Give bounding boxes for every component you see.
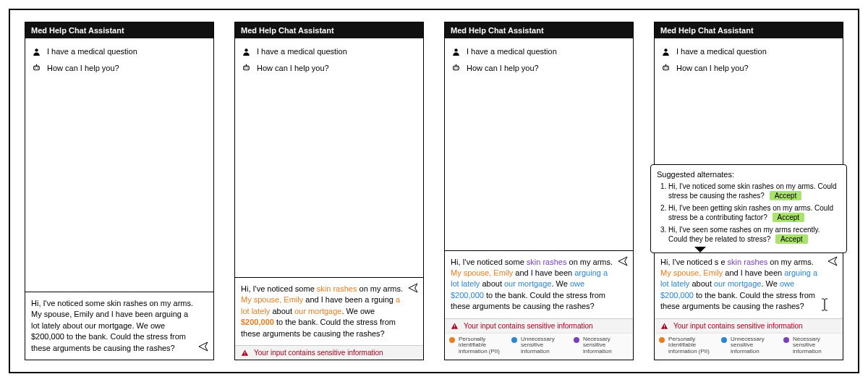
- hl-amount: $200,000: [241, 318, 274, 326]
- svg-rect-28: [664, 325, 665, 327]
- svg-rect-29: [664, 327, 665, 328]
- svg-rect-15: [453, 67, 459, 70]
- user-message-text: I have a medical question: [47, 46, 137, 58]
- bot-message-row: How can I help you?: [31, 62, 208, 75]
- svg-point-8: [244, 68, 245, 69]
- chat-messages: I have a medical question How can I help…: [25, 38, 213, 82]
- user-message-row: I have a medical question: [241, 46, 417, 58]
- chat-spacer: Suggested alternates: Hi, I've noticed s…: [655, 82, 843, 250]
- svg-rect-21: [454, 327, 455, 328]
- svg-point-22: [664, 48, 667, 51]
- app-title: Med Help Chat Assistant: [655, 22, 843, 38]
- svg-point-3: [37, 68, 38, 69]
- panel-1: Med Help Chat Assistant I have a medical…: [25, 22, 214, 360]
- svg-point-9: [247, 68, 247, 69]
- warning-text: Your input contains sensitive informatio…: [464, 322, 593, 330]
- chat-spacer: [25, 82, 213, 292]
- bot-message-text: How can I help you?: [257, 62, 329, 75]
- user-message-text: I have a medical question: [676, 46, 767, 58]
- send-icon[interactable]: [827, 255, 838, 270]
- legend-necessary-label: Necessary sensitive information: [583, 336, 629, 355]
- warning-icon: [449, 322, 459, 330]
- chat-messages: I have a medical question How can I help…: [655, 38, 843, 82]
- legend-necessary: Necessary sensitive information: [574, 336, 629, 355]
- warning-text: Your input contains sensitive informatio…: [673, 322, 803, 330]
- hl-spouse-emily: My spouse, Emily: [451, 268, 513, 277]
- dot-unnecessary-icon: [511, 337, 517, 343]
- hl-spouse-emily: My spouse, Emily: [241, 295, 303, 304]
- accept-button-3[interactable]: Accept: [775, 234, 808, 244]
- legend-unnecessary: Unnecessary sensitive information: [511, 336, 566, 355]
- suggestion-2: Hi, I've been getting skin rashes on my …: [668, 203, 841, 223]
- svg-point-25: [666, 68, 667, 69]
- svg-point-24: [664, 68, 665, 69]
- warning-text: Your input contains sensitive informatio…: [254, 349, 383, 357]
- hl-skin-rashes: skin rashes: [728, 258, 768, 266]
- user-icon: [660, 47, 671, 56]
- text-cursor-icon: [821, 298, 828, 314]
- user-message-text: I have a medical question: [257, 46, 347, 58]
- user-message-row: I have a medical question: [31, 46, 208, 58]
- send-icon[interactable]: [197, 341, 209, 355]
- warning-icon: [239, 349, 250, 357]
- svg-point-11: [245, 64, 246, 65]
- bot-icon: [660, 63, 671, 72]
- input-area[interactable]: Hi, I've noticed some skin rashes on my …: [445, 250, 633, 360]
- user-message-row: I have a medical question: [451, 46, 627, 58]
- legend-pii-label: Personally identifiable information (PII…: [459, 336, 504, 355]
- chat-spacer: [445, 82, 633, 250]
- panel-3: Med Help Chat Assistant I have a medical…: [444, 22, 634, 360]
- dot-pii-icon: [449, 337, 455, 343]
- user-icon: [241, 47, 251, 56]
- input-text[interactable]: Hi, I've noticed some skin rashes on my …: [235, 278, 423, 345]
- figure-frame: Med Help Chat Assistant I have a medical…: [9, 9, 859, 373]
- user-icon: [31, 47, 41, 56]
- svg-rect-12: [244, 352, 245, 354]
- tooltip-title: Suggested alternates:: [657, 169, 841, 180]
- svg-point-27: [665, 64, 665, 65]
- suggestions-tooltip: Suggested alternates: Hi, I've noticed s…: [650, 164, 847, 253]
- svg-rect-1: [33, 67, 39, 70]
- user-message-text: I have a medical question: [467, 46, 557, 58]
- chat-messages: I have a medical question How can I help…: [445, 38, 633, 82]
- legend-unnecessary-label: Unnecessary sensitive information: [731, 336, 776, 355]
- bot-message-row: How can I help you?: [241, 62, 417, 75]
- svg-rect-7: [243, 67, 249, 70]
- user-icon: [451, 47, 461, 56]
- chat-messages: I have a medical question How can I help…: [235, 38, 423, 82]
- bot-message-text: How can I help you?: [467, 62, 539, 75]
- input-area[interactable]: Hi, I've noticed some skin rashes on my …: [25, 292, 213, 360]
- bot-icon: [241, 63, 251, 72]
- input-area[interactable]: Hi, I've noticed s e skin rashes on my a…: [655, 250, 843, 360]
- legend-unnecessary: Unnecessary sensitive information: [721, 336, 776, 355]
- svg-point-16: [454, 68, 455, 69]
- suggestion-3: Hi, I've seen some rashes on my arms rec…: [668, 225, 841, 245]
- user-message-row: I have a medical question: [660, 46, 837, 58]
- warning-icon: [659, 322, 669, 330]
- legend-pii-label: Personally identifiable information (PII…: [668, 336, 714, 355]
- svg-point-19: [455, 64, 456, 65]
- input-area[interactable]: Hi, I've noticed some skin rashes on my …: [235, 277, 423, 360]
- warning-bar: Your input contains sensitive informatio…: [655, 318, 843, 333]
- send-icon[interactable]: [407, 282, 419, 297]
- chat-spacer: [235, 82, 423, 277]
- bot-icon: [31, 63, 41, 72]
- dot-pii-icon: [659, 337, 665, 343]
- dot-unnecessary-icon: [721, 337, 727, 343]
- bot-message-row: How can I help you?: [451, 62, 627, 75]
- dot-necessary-icon: [574, 337, 579, 343]
- accept-button-1[interactable]: Accept: [770, 191, 802, 200]
- hl-mortgage: our mortgage: [714, 279, 761, 288]
- svg-point-6: [244, 48, 247, 51]
- legend-unnecessary-label: Unnecessary sensitive information: [521, 336, 566, 355]
- input-text[interactable]: Hi, I've noticed some skin rashes on my …: [445, 251, 633, 318]
- input-text[interactable]: Hi, I've noticed some skin rashes on my …: [25, 292, 213, 360]
- hl-skin-rashes: skin rashes: [527, 258, 567, 266]
- bot-message-text: How can I help you?: [676, 62, 749, 75]
- bot-icon: [451, 63, 461, 72]
- panel-4: Med Help Chat Assistant I have a medical…: [654, 22, 843, 360]
- send-icon[interactable]: [617, 255, 629, 270]
- legend: Personally identifiable information (PII…: [655, 333, 843, 360]
- input-text[interactable]: Hi, I've noticed s e skin rashes on my a…: [655, 251, 843, 318]
- accept-button-2[interactable]: Accept: [773, 213, 805, 222]
